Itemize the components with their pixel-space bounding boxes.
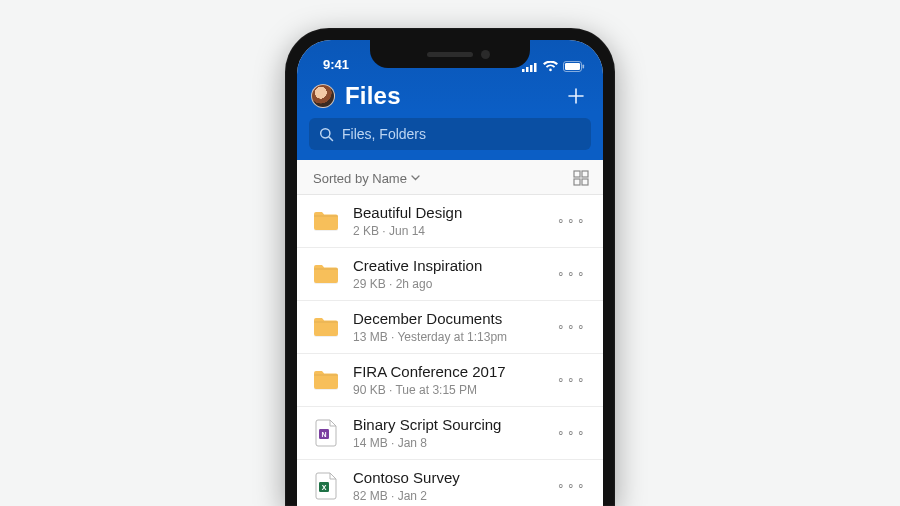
file-list[interactable]: Beautiful Design2 KB · Jun 14∘∘∘Creative…: [297, 195, 603, 506]
more-button[interactable]: ∘∘∘: [551, 475, 593, 497]
more-button[interactable]: ∘∘∘: [551, 316, 593, 338]
file-meta: 2 KB · Jun 14: [353, 224, 539, 238]
svg-rect-1: [526, 67, 529, 72]
onenote-file-icon: N: [314, 419, 338, 447]
avatar[interactable]: [311, 84, 335, 108]
folder-icon: [312, 316, 340, 338]
wifi-icon: [543, 61, 558, 72]
sort-button[interactable]: Sorted by Name: [313, 171, 420, 186]
list-item[interactable]: NBinary Script Sourcing14 MB · Jan 8∘∘∘: [297, 407, 603, 460]
list-item[interactable]: December Documents13 MB · Yesterday at 1…: [297, 301, 603, 354]
plus-icon: [566, 86, 586, 106]
file-icon-slot: [311, 210, 341, 232]
list-item[interactable]: FIRA Conference 201790 KB · Tue at 3:15 …: [297, 354, 603, 407]
list-item[interactable]: Creative Inspiration29 KB · 2h ago∘∘∘: [297, 248, 603, 301]
file-info: Creative Inspiration29 KB · 2h ago: [353, 257, 539, 291]
more-button[interactable]: ∘∘∘: [551, 369, 593, 391]
file-meta: 29 KB · 2h ago: [353, 277, 539, 291]
search-input[interactable]: [342, 126, 581, 142]
title-bar: Files: [297, 74, 603, 118]
search-icon: [319, 127, 334, 142]
file-icon-slot: [311, 369, 341, 391]
svg-rect-9: [574, 171, 580, 177]
folder-icon: [312, 263, 340, 285]
status-time: 9:41: [323, 57, 349, 72]
file-name: FIRA Conference 2017: [353, 363, 539, 381]
file-name: December Documents: [353, 310, 539, 328]
file-name: Creative Inspiration: [353, 257, 539, 275]
svg-rect-2: [530, 65, 533, 72]
svg-rect-0: [522, 69, 525, 72]
file-meta: 82 MB · Jan 2: [353, 489, 539, 503]
status-icons: [522, 61, 585, 72]
svg-line-8: [329, 137, 333, 141]
list-item[interactable]: Beautiful Design2 KB · Jun 14∘∘∘: [297, 195, 603, 248]
grid-icon: [573, 170, 589, 186]
chevron-down-icon: [411, 175, 420, 181]
sort-row: Sorted by Name: [297, 160, 603, 195]
folder-icon: [312, 369, 340, 391]
svg-rect-10: [582, 171, 588, 177]
file-icon-slot: [311, 263, 341, 285]
file-info: Beautiful Design2 KB · Jun 14: [353, 204, 539, 238]
battery-icon: [563, 61, 585, 72]
notch: [370, 40, 530, 68]
svg-text:X: X: [322, 484, 327, 491]
sort-label: Sorted by Name: [313, 171, 407, 186]
page-title: Files: [345, 82, 401, 110]
svg-rect-6: [583, 65, 585, 69]
file-meta: 90 KB · Tue at 3:15 PM: [353, 383, 539, 397]
file-meta: 13 MB · Yesterday at 1:13pm: [353, 330, 539, 344]
more-button[interactable]: ∘∘∘: [551, 422, 593, 444]
file-info: Contoso Survey82 MB · Jan 2: [353, 469, 539, 503]
svg-rect-3: [534, 63, 537, 72]
svg-rect-5: [565, 63, 580, 70]
file-meta: 14 MB · Jan 8: [353, 436, 539, 450]
file-icon-slot: X: [311, 472, 341, 500]
phone-frame: 9:41 Files: [285, 28, 615, 506]
svg-rect-12: [582, 179, 588, 185]
folder-icon: [312, 210, 340, 232]
file-info: Binary Script Sourcing14 MB · Jan 8: [353, 416, 539, 450]
svg-text:N: N: [321, 431, 326, 438]
file-name: Binary Script Sourcing: [353, 416, 539, 434]
file-name: Contoso Survey: [353, 469, 539, 487]
more-button[interactable]: ∘∘∘: [551, 210, 593, 232]
file-name: Beautiful Design: [353, 204, 539, 222]
file-icon-slot: [311, 316, 341, 338]
svg-rect-11: [574, 179, 580, 185]
front-camera: [481, 50, 490, 59]
add-button[interactable]: [565, 85, 587, 107]
speaker-grille: [427, 52, 473, 57]
more-button[interactable]: ∘∘∘: [551, 263, 593, 285]
file-info: December Documents13 MB · Yesterday at 1…: [353, 310, 539, 344]
file-icon-slot: N: [311, 419, 341, 447]
search-bar[interactable]: [309, 118, 591, 150]
view-toggle-button[interactable]: [573, 170, 589, 186]
phone-screen: 9:41 Files: [297, 40, 603, 506]
file-info: FIRA Conference 201790 KB · Tue at 3:15 …: [353, 363, 539, 397]
excel-file-icon: X: [314, 472, 338, 500]
list-item[interactable]: XContoso Survey82 MB · Jan 2∘∘∘: [297, 460, 603, 506]
